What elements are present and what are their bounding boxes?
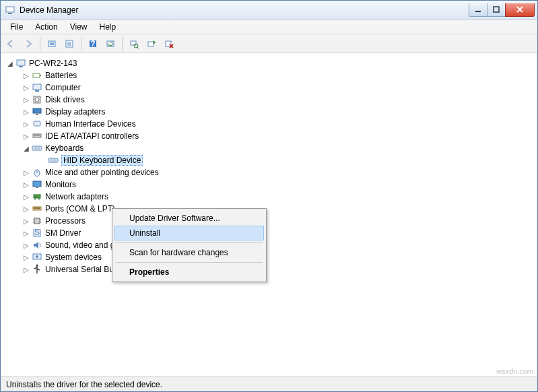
tree-item[interactable]: ▷Human Interface Devices xyxy=(3,118,535,130)
help-button[interactable]: ? xyxy=(86,36,100,51)
tree-item[interactable]: ◢Keyboards xyxy=(3,142,535,154)
expander-closed-icon[interactable]: ▷ xyxy=(22,96,30,104)
expander-closed-icon[interactable]: ▷ xyxy=(22,254,30,261)
tree-item-label: SM Driver xyxy=(45,228,81,238)
svg-rect-40 xyxy=(36,187,38,188)
expander-closed-icon[interactable]: ▷ xyxy=(22,108,30,116)
tree-item-label: Monitors xyxy=(45,180,76,189)
context-menu-separator xyxy=(116,262,263,263)
expander-closed-icon[interactable]: ▷ xyxy=(22,266,30,273)
titlebar: Device Manager xyxy=(1,1,537,20)
expander-closed-icon[interactable]: ▷ xyxy=(22,230,30,237)
computer-icon xyxy=(32,82,42,93)
tree-item[interactable]: ▷Disk drives xyxy=(3,94,535,106)
svg-rect-16 xyxy=(148,42,154,46)
ide-icon xyxy=(32,131,42,141)
mouse-icon xyxy=(32,167,42,178)
tree-root-label: PC-WR2-143 xyxy=(29,59,77,68)
tree-item[interactable]: ▷Universal Serial Bus controllers xyxy=(3,263,535,275)
menu-action[interactable]: Action xyxy=(30,21,63,33)
expander-closed-icon[interactable]: ▷ xyxy=(22,84,30,92)
tree-item-label: Keyboards xyxy=(45,143,83,153)
tree-item-label: Human Interface Devices xyxy=(45,119,136,129)
scan-button[interactable] xyxy=(127,36,141,51)
battery-icon xyxy=(32,70,42,81)
tree-item[interactable]: ▷SSM Driver xyxy=(3,227,535,239)
tree-item[interactable]: ▷Computer xyxy=(3,81,535,94)
context-properties[interactable]: Properties xyxy=(114,265,264,280)
close-button[interactable] xyxy=(505,3,535,17)
expander-closed-icon[interactable]: ▷ xyxy=(22,242,30,249)
tree-item-label: Batteries xyxy=(45,71,77,80)
tree-item[interactable]: ▷Display adapters xyxy=(3,106,535,118)
svg-rect-20 xyxy=(33,73,40,77)
menubar: File Action View Help xyxy=(1,20,537,34)
svg-point-56 xyxy=(36,255,38,258)
tree-item-label: IDE ATA/ATAPI controllers xyxy=(45,131,139,141)
show-hidden-button[interactable] xyxy=(44,36,59,51)
cpu-icon xyxy=(32,216,42,226)
tree-item[interactable]: HID Keyboard Device xyxy=(3,154,535,166)
svg-rect-28 xyxy=(34,121,40,126)
context-uninstall[interactable]: Uninstall xyxy=(114,226,264,240)
svg-rect-22 xyxy=(33,84,41,90)
minimize-button[interactable] xyxy=(469,3,487,17)
tree-item[interactable]: ▷Ports (COM & LPT) xyxy=(3,203,535,215)
tree-item[interactable]: ▷Processors xyxy=(3,215,535,227)
back-button[interactable] xyxy=(3,36,18,51)
statusbar: Uninstalls the driver for the selected d… xyxy=(1,377,537,391)
menu-help[interactable]: Help xyxy=(94,21,122,33)
tree-item[interactable]: ▷IDE ATA/ATAPI controllers xyxy=(3,130,535,142)
tree-item[interactable]: ▷System devices xyxy=(3,251,535,263)
menu-view[interactable]: View xyxy=(65,21,93,33)
device-manager-window: Device Manager File Action View Help ? ◢ xyxy=(0,0,538,392)
tree-item[interactable]: ▷Batteries xyxy=(3,69,535,81)
expander-closed-icon[interactable]: ▷ xyxy=(22,218,30,225)
context-scan[interactable]: Scan for hardware changes xyxy=(114,245,264,260)
update-driver-button[interactable] xyxy=(144,36,159,51)
expander-closed-icon[interactable]: ▷ xyxy=(22,169,30,176)
tree-item-label: Computer xyxy=(45,83,81,92)
device-tree[interactable]: ◢ PC-WR2-143 ▷Batteries▷Computer▷Disk dr… xyxy=(1,53,537,377)
context-update-driver[interactable]: Update Driver Software... xyxy=(114,211,264,226)
svg-rect-18 xyxy=(17,60,25,65)
menu-file[interactable]: File xyxy=(5,21,28,33)
window-controls xyxy=(469,3,535,17)
svg-rect-19 xyxy=(19,66,23,67)
properties-button[interactable] xyxy=(62,36,77,51)
window-title: Device Manager xyxy=(20,5,469,15)
expander-open-icon[interactable]: ◢ xyxy=(22,145,30,152)
toolbar-separator xyxy=(81,37,81,51)
tree-item[interactable]: ▷Network adapters xyxy=(3,191,535,203)
expander-closed-icon[interactable]: ▷ xyxy=(22,121,30,128)
refresh-button[interactable] xyxy=(103,36,118,51)
expander-open-icon[interactable]: ◢ xyxy=(6,60,14,67)
network-icon xyxy=(32,191,42,202)
keyboard-icon xyxy=(32,143,42,154)
system-icon xyxy=(32,252,42,263)
context-menu-separator xyxy=(116,242,263,243)
svg-line-15 xyxy=(137,47,139,48)
svg-point-57 xyxy=(36,265,38,267)
toolbar: ? xyxy=(1,34,537,53)
tree-root[interactable]: ◢ PC-WR2-143 xyxy=(3,57,535,69)
maximize-button[interactable] xyxy=(487,3,506,17)
app-icon xyxy=(5,5,15,15)
expander-closed-icon[interactable]: ▷ xyxy=(22,133,30,140)
svg-point-46 xyxy=(36,207,38,209)
uninstall-button[interactable] xyxy=(162,36,176,51)
expander-closed-icon[interactable]: ▷ xyxy=(22,193,30,201)
tree-item-label: Mice and other pointing devices xyxy=(45,168,159,177)
forward-button[interactable] xyxy=(21,36,36,51)
tree-item[interactable]: ▷Monitors xyxy=(3,178,535,191)
svg-text:S: S xyxy=(34,228,40,237)
expander-closed-icon[interactable]: ▷ xyxy=(22,181,30,189)
svg-rect-39 xyxy=(33,181,41,187)
tree-item[interactable]: ▷Sound, video and game controllers xyxy=(3,239,535,251)
expander-closed-icon[interactable]: ▷ xyxy=(22,72,30,79)
tree-item-label: Disk drives xyxy=(45,95,85,104)
svg-rect-5 xyxy=(50,42,54,45)
monitor-icon xyxy=(32,179,42,190)
tree-item[interactable]: ▷Mice and other pointing devices xyxy=(3,166,535,178)
expander-closed-icon[interactable]: ▷ xyxy=(22,205,30,213)
